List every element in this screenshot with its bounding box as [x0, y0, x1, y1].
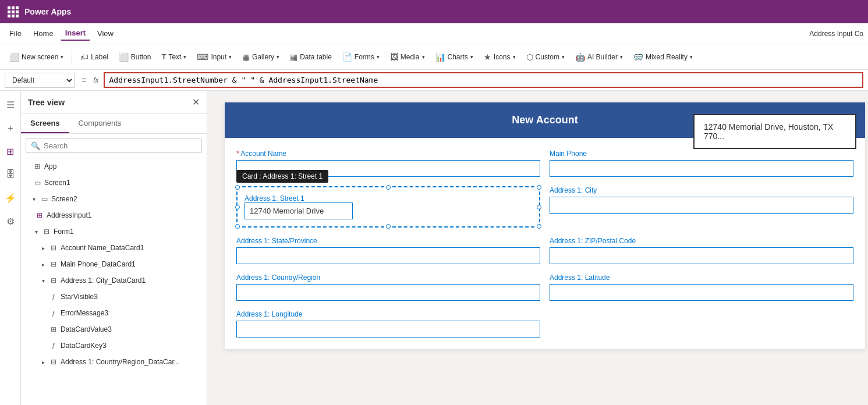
tree-label-addressinput1: AddressInput1: [47, 211, 91, 219]
dropdown-arrow-icon: ▾: [61, 54, 63, 60]
handle-br[interactable]: [537, 224, 541, 229]
text-button[interactable]: T Text ▾: [157, 50, 191, 63]
menu-toggle-button[interactable]: ☰: [1, 95, 20, 114]
data-button[interactable]: 🗄: [1, 165, 20, 184]
label-address-state: Address 1: State/Province: [236, 237, 540, 245]
input-address-zip[interactable]: [550, 247, 853, 264]
field-address-latitude: Address 1: Latitude: [550, 273, 853, 301]
phone-dc-expand[interactable]: ▸: [40, 261, 47, 268]
tree-label-account-dc: Account Name_DataCard1: [61, 244, 144, 252]
handle-bl[interactable]: [235, 224, 240, 229]
handle-mr[interactable]: [537, 205, 541, 209]
input-address-latitude[interactable]: [550, 284, 853, 301]
tree-item-starvisible3[interactable]: ƒ StarVisible3: [21, 289, 207, 305]
input-main-phone[interactable]: [550, 160, 853, 177]
input-button[interactable]: ⌨ Input ▾: [192, 50, 236, 64]
tree-label-screen2: Screen2: [51, 195, 77, 203]
errormessage3-icon: ƒ: [49, 308, 58, 318]
tab-components[interactable]: Components: [69, 114, 131, 133]
text-dropdown-icon: ▾: [183, 54, 186, 60]
field-address-city: Address 1: City: [550, 186, 853, 228]
mixed-reality-dropdown-icon: ▾: [690, 54, 693, 60]
form-body: * Account Name Main Phone Card : Address…: [225, 138, 865, 349]
tree-item-app[interactable]: ⊞ App: [21, 158, 207, 175]
label-address-country: Address 1: Country/Region: [236, 273, 540, 282]
icon-bar: ☰ ＋ ⊞ 🗄 ⚡ ⚙: [0, 91, 21, 405]
tree-item-account-name-dc[interactable]: ▸ ⊟ Account Name_DataCard1: [21, 240, 207, 256]
label-button[interactable]: 🏷 Label: [76, 50, 112, 64]
tree-label-errormessage3: ErrorMessage3: [61, 309, 108, 317]
label-icon: 🏷: [80, 52, 88, 62]
tree-item-addressinput1[interactable]: ⊞ AddressInput1: [21, 207, 207, 223]
charts-button[interactable]: 📊 Charts ▾: [431, 50, 478, 64]
handle-bm[interactable]: [386, 224, 391, 229]
tree-label-country-dc: Address 1: Country/Region_DataCar...: [61, 358, 180, 366]
tree-item-errormessage3[interactable]: ƒ ErrorMessage3: [21, 305, 207, 321]
handle-tr[interactable]: [537, 185, 541, 190]
tree-item-datacardkey3[interactable]: ƒ DataCardKey3: [21, 338, 207, 354]
tree-item-address-country-dc[interactable]: ▸ ⊟ Address 1: Country/Region_DataCar...: [21, 354, 207, 370]
menu-file[interactable]: File: [5, 27, 26, 40]
custom-button[interactable]: ⬡ Custom ▾: [522, 50, 569, 64]
variables-button[interactable]: ⚡: [1, 189, 20, 207]
property-dropdown[interactable]: Default: [5, 73, 75, 88]
field-address-street: Card : Address 1: Street 1 Address 1: St…: [236, 186, 540, 228]
search-input[interactable]: [44, 141, 197, 150]
input-icon: ⌨: [197, 52, 208, 62]
add-button[interactable]: ＋: [1, 119, 20, 137]
tree-close-button[interactable]: ✕: [192, 97, 200, 108]
gallery-button[interactable]: ▦ Gallery ▾: [238, 50, 284, 64]
input-address-longitude[interactable]: [236, 321, 540, 338]
screen2-expand[interactable]: ▾: [30, 196, 37, 202]
media-dropdown-icon: ▾: [422, 54, 425, 60]
tree-tabs: Screens Components: [21, 114, 207, 134]
media-button[interactable]: 🖼 Media ▾: [385, 50, 430, 64]
tree-search-area: 🔍: [21, 134, 207, 158]
button-button[interactable]: ⬜ Button: [114, 50, 156, 64]
tab-screens[interactable]: Screens: [21, 114, 69, 133]
tree-item-address-city-dc[interactable]: ▾ ⊟ Address 1: City_DataCard1: [21, 272, 207, 289]
tree-item-form1[interactable]: ▾ ⊟ Form1: [21, 223, 207, 240]
ribbon-divider-1: [72, 50, 72, 64]
screen1-icon: ▭: [33, 178, 42, 187]
forms-button[interactable]: 📄 Forms ▾: [338, 50, 384, 64]
tree-item-screen2[interactable]: ▾ ▭ Screen2: [21, 191, 207, 207]
handle-tm[interactable]: [386, 185, 391, 190]
tree-title: Tree view: [28, 98, 65, 107]
form1-expand[interactable]: ▾: [33, 228, 40, 235]
mixed-reality-button[interactable]: 🥽 Mixed Reality ▾: [629, 50, 697, 64]
tree-item-datacardvalue3[interactable]: ⊞ DataCardValue3: [21, 321, 207, 338]
forms-dropdown-icon: ▾: [377, 54, 380, 60]
data-table-button[interactable]: ▦ Data table: [285, 50, 336, 64]
menu-view[interactable]: View: [93, 27, 118, 40]
tree-label-form1: Form1: [54, 228, 74, 236]
icons-button[interactable]: ★ Icons ▾: [479, 50, 520, 64]
settings-button[interactable]: ⚙: [1, 212, 20, 230]
formula-input[interactable]: AddressInput1.StreetNumber & " " & Addre…: [104, 72, 863, 88]
main-layout: ☰ ＋ ⊞ 🗄 ⚡ ⚙ Tree view ✕ Screens Componen…: [0, 91, 868, 405]
city-dc-expand[interactable]: ▾: [40, 277, 47, 284]
field-address-zip: Address 1: ZIP/Postal Code: [550, 237, 853, 264]
waffle-icon[interactable]: [7, 6, 19, 17]
label-address-city: Address 1: City: [550, 186, 853, 194]
input-address-street[interactable]: [245, 202, 353, 219]
gallery-icon: ▦: [242, 52, 250, 62]
tree-item-screen1[interactable]: ▭ Screen1: [21, 175, 207, 191]
ai-builder-button[interactable]: 🤖 AI Builder ▾: [571, 50, 628, 64]
new-screen-button[interactable]: ⬜ New screen ▾: [5, 50, 68, 64]
icons-icon: ★: [484, 52, 491, 62]
country-dc-icon: ⊟: [49, 357, 58, 367]
input-address-country[interactable]: [236, 284, 540, 301]
layers-button[interactable]: ⊞: [1, 142, 20, 161]
handle-ml[interactable]: [235, 205, 240, 209]
card-selected-address-street[interactable]: Address 1: Street 1: [236, 186, 540, 228]
account-dc-expand[interactable]: ▸: [40, 244, 47, 251]
menu-home[interactable]: Home: [29, 27, 58, 40]
menu-insert[interactable]: Insert: [61, 26, 90, 41]
country-dc-expand[interactable]: ▸: [40, 358, 47, 365]
input-address-state[interactable]: [236, 247, 540, 264]
handle-tl[interactable]: [235, 185, 240, 190]
input-address-city[interactable]: [550, 197, 853, 214]
tooltip-address-street: Card : Address 1: Street 1: [236, 170, 328, 183]
tree-item-main-phone-dc[interactable]: ▸ ⊟ Main Phone_DataCard1: [21, 256, 207, 272]
